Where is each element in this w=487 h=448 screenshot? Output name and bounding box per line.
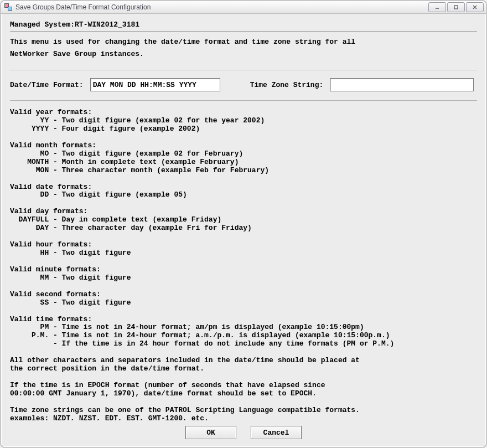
maximize-button[interactable] — [447, 2, 465, 12]
timezone-string-label: Time Zone String: — [250, 81, 324, 89]
cancel-button-label: Cancel — [263, 429, 289, 437]
description-line-1: This menu is used for changing the date/… — [10, 37, 477, 47]
separator-3 — [10, 100, 477, 101]
svg-rect-1 — [454, 6, 458, 9]
button-bar: OK Cancel — [10, 420, 477, 441]
managed-system-label: Managed System: — [10, 20, 75, 29]
ok-button[interactable]: OK — [185, 426, 236, 439]
separator-1 — [10, 31, 477, 32]
help-text: Valid year formats: YY - Two digit figur… — [10, 109, 477, 420]
minimize-button[interactable] — [428, 2, 446, 12]
close-button[interactable] — [466, 2, 484, 12]
app-icon — [4, 3, 12, 11]
managed-system-line: Managed System:RT-WIN2012_3181 — [10, 20, 477, 29]
datetime-format-input[interactable] — [90, 78, 220, 91]
managed-system-value: RT-WIN2012_3181 — [75, 20, 139, 29]
dialog-window: Save Groups Date/Time Format Configurati… — [1, 1, 486, 447]
maximize-icon — [453, 4, 459, 10]
datetime-format-label: Date/Time Format: — [10, 81, 84, 89]
close-icon — [472, 4, 478, 10]
cancel-button[interactable]: Cancel — [251, 426, 302, 439]
timezone-string-input[interactable] — [330, 78, 474, 91]
form-row: Date/Time Format: Time Zone String: — [10, 78, 477, 91]
ok-button-label: OK — [206, 429, 215, 437]
minimize-icon — [434, 4, 440, 10]
separator-2 — [10, 70, 477, 70]
description-line-2: NetWorker Save Group instances. — [10, 49, 477, 59]
title-bar: Save Groups Date/Time Format Configurati… — [1, 1, 486, 14]
window-title: Save Groups Date/Time Format Configurati… — [15, 3, 151, 11]
client-area: Managed System:RT-WIN2012_3181 This menu… — [1, 14, 486, 447]
